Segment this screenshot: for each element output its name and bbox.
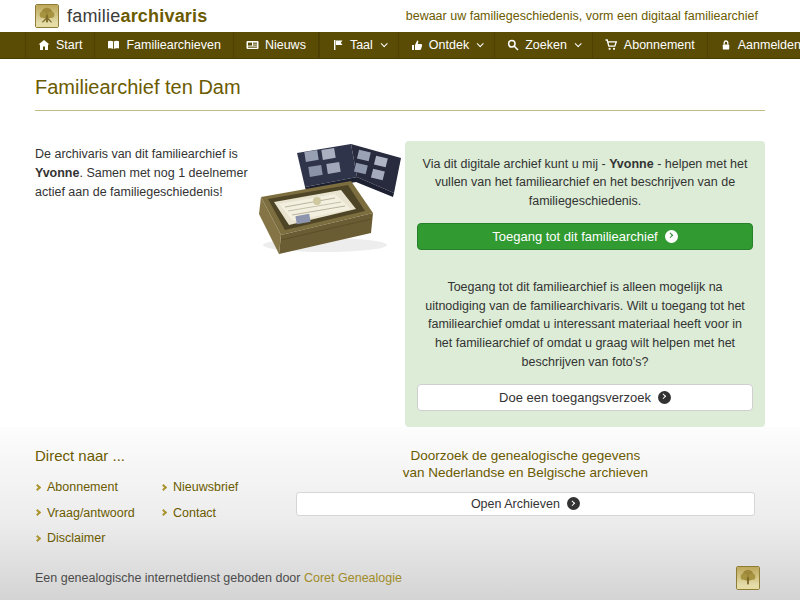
chevron-right-icon: [160, 509, 167, 516]
lock-icon: [720, 39, 732, 51]
arrow-circle-right-icon: [665, 230, 678, 243]
footer-link-disclaimer[interactable]: Disclaimer: [35, 531, 105, 545]
nav-left-group: Start Familiearchieven Nieuws: [25, 32, 319, 57]
home-icon: [38, 39, 50, 51]
footer-open-archieven: Doorzoek de genealogische gegevensvan Ne…: [296, 447, 755, 553]
nav-item-aanmelden[interactable]: Aanmelden: [708, 32, 800, 57]
photo-column: [255, 141, 405, 260]
nav-item-abonnement-label: Abonnement: [624, 38, 695, 52]
arrow-circle-right-icon: [658, 391, 671, 404]
site-tagline: bewaar uw familiegeschiedenis, vorm een …: [406, 9, 758, 23]
list-item: Disclaimer: [35, 527, 161, 546]
open-archieven-line1: Doorzoek de genealogische gegevens: [411, 448, 641, 463]
nav-item-ontdek-label: Ontdek: [429, 38, 469, 52]
chevron-right-icon: [34, 509, 41, 516]
nav-item-taal-label: Taal: [350, 38, 373, 52]
header: familiearchivaris bewaar uw familiegesch…: [0, 0, 800, 32]
footer-link-label: Nieuwsbrief: [173, 480, 238, 494]
chevron-down-icon: [477, 41, 484, 48]
main-content: Familiearchief ten Dam De archivaris van…: [0, 59, 800, 427]
brand-bold: archivaris: [120, 6, 207, 26]
brand-wordmark[interactable]: familiearchivaris: [67, 6, 207, 27]
intro-pre: De archivaris van dit familiearchief is: [35, 147, 238, 161]
nav-item-taal[interactable]: Taal: [319, 32, 399, 57]
arrow-circle-right-icon: [567, 497, 580, 510]
bottom-bar: Een genealogische internetdienst geboden…: [0, 552, 800, 600]
nav-item-familiearchieven[interactable]: Familiearchieven: [95, 32, 233, 57]
nav-item-ontdek[interactable]: Ontdek: [399, 32, 495, 57]
access-panel: Via dit digitale archief kunt u mij - Yv…: [405, 141, 765, 427]
footer: Direct naar ... Abonnement Vraag/antwoor…: [0, 427, 800, 600]
chevron-down-icon: [575, 41, 582, 48]
footer-link-vraag-antwoord[interactable]: Vraag/antwoord: [35, 506, 135, 520]
archive-box-photo: [255, 141, 405, 256]
footer-links-col1: Abonnement Vraag/antwoord Disclaimer: [35, 476, 161, 553]
nav-item-nieuws[interactable]: Nieuws: [234, 32, 319, 57]
nav-item-familiearchieven-label: Familiearchieven: [126, 38, 220, 52]
list-item: Abonnement: [35, 476, 161, 495]
nav-item-abonnement[interactable]: Abonnement: [593, 32, 708, 57]
credit-line: Een genealogische internetdienst geboden…: [35, 571, 402, 585]
footer-tree-logo-icon[interactable]: [736, 566, 760, 590]
open-archieven-button-label: Open Archieven: [471, 497, 560, 511]
invite-text: Via dit digitale archief kunt u mij - Yv…: [421, 155, 749, 211]
footer-link-label: Abonnement: [47, 480, 118, 494]
brand-light: familie: [67, 6, 120, 26]
hand-icon: [411, 39, 423, 51]
footer-link-label: Disclaimer: [47, 531, 105, 545]
footer-link-label: Contact: [173, 506, 216, 520]
access-archive-button[interactable]: Toegang tot dit familiearchief: [417, 223, 753, 250]
footer-link-contact[interactable]: Contact: [161, 506, 216, 520]
coret-genealogie-link[interactable]: Coret Genealogie: [304, 571, 402, 585]
chevron-right-icon: [34, 483, 41, 490]
chevron-right-icon: [34, 534, 41, 541]
newspaper-icon: [246, 39, 259, 51]
footer-link-nieuwsbrief[interactable]: Nieuwsbrief: [161, 480, 238, 494]
footer-columns: Direct naar ... Abonnement Vraag/antwoor…: [0, 447, 800, 553]
list-item: Nieuwsbrief: [161, 476, 287, 495]
nav-item-zoeken-label: Zoeken: [525, 38, 567, 52]
search-icon: [507, 39, 519, 51]
chevron-right-icon: [160, 483, 167, 490]
credit-text: Een genealogische internetdienst geboden…: [35, 571, 304, 585]
direct-naar-heading: Direct naar ...: [35, 447, 296, 464]
title-divider: [35, 110, 765, 111]
book-icon: [107, 39, 120, 51]
footer-direct-links: Direct naar ... Abonnement Vraag/antwoor…: [35, 447, 296, 553]
flag-icon: [332, 39, 344, 51]
footer-link-abonnement[interactable]: Abonnement: [35, 480, 118, 494]
archivist-name: Yvonne: [609, 157, 653, 171]
footer-link-label: Vraag/antwoord: [47, 506, 135, 520]
cart-icon: [605, 39, 618, 51]
panel-column: Via dit digitale archief kunt u mij - Yv…: [405, 141, 765, 427]
nav-item-nieuws-label: Nieuws: [265, 38, 306, 52]
nav-right-group: Taal Ontdek Zoeken Abonnement Aanmelden: [319, 32, 800, 57]
nav-item-aanmelden-label: Aanmelden: [738, 38, 800, 52]
content-row: De archivaris van dit familiearchief is …: [35, 141, 765, 427]
footer-links: Abonnement Vraag/antwoord Disclaimer Nie…: [35, 476, 296, 553]
nav-item-start[interactable]: Start: [25, 32, 95, 57]
site-logo-tree-icon[interactable]: [35, 4, 59, 28]
nav-item-start-label: Start: [56, 38, 82, 52]
request-access-button-label: Doe een toegangsverzoek: [499, 390, 651, 405]
open-archieven-text: Doorzoek de genealogische gegevensvan Ne…: [296, 447, 755, 482]
chevron-down-icon: [380, 41, 387, 48]
page: familiearchivaris bewaar uw familiegesch…: [0, 0, 800, 600]
list-item: Vraag/antwoord: [35, 501, 161, 520]
access-archive-button-label: Toegang tot dit familiearchief: [492, 229, 657, 244]
list-item: Contact: [161, 501, 287, 520]
open-archieven-line2: van Nederlandse en Belgische archieven: [403, 465, 648, 480]
footer-links-col2: Nieuwsbrief Contact: [161, 476, 287, 553]
archivist-name: Yvonne: [35, 166, 79, 180]
page-title: Familiearchief ten Dam: [35, 76, 765, 99]
open-archieven-button[interactable]: Open Archieven: [296, 492, 755, 516]
main-navbar: Start Familiearchieven Nieuws Taal Ontde…: [0, 32, 800, 58]
intro-paragraph: De archivaris van dit familiearchief is …: [35, 141, 255, 202]
request-access-button[interactable]: Doe een toegangsverzoek: [417, 384, 753, 411]
request-text: Toegang tot dit familiearchief is alleen…: [421, 278, 749, 372]
nav-item-zoeken[interactable]: Zoeken: [495, 32, 593, 57]
invite-pre: Via dit digitale archief kunt u mij -: [423, 157, 610, 171]
